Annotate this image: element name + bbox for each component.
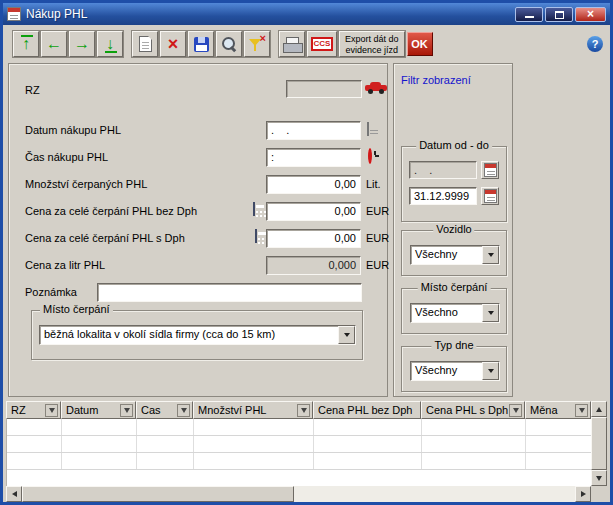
- refuel-place-dropdown-button[interactable]: [338, 326, 355, 344]
- save-icon: [194, 37, 209, 52]
- first-record-button[interactable]: ↑: [13, 31, 39, 57]
- price-excl-vat-label: Cena za celé čerpání PHL bez Dph: [25, 205, 197, 217]
- clock-icon[interactable]: [368, 148, 372, 164]
- calculator-icon[interactable]: [255, 229, 257, 243]
- purchase-time-label: Čas nákupu PHL: [25, 151, 108, 163]
- new-document-icon: [139, 36, 152, 52]
- delete-record-button[interactable]: ×: [160, 31, 186, 57]
- column-header-cena-bez-dph[interactable]: Cena PHL bez Dph: [313, 401, 421, 419]
- export-button[interactable]: Export dát do evidence jízd: [339, 31, 405, 57]
- chevron-down-icon: [488, 311, 494, 315]
- date-from-field: . .: [409, 161, 477, 179]
- sort-button[interactable]: [575, 404, 588, 417]
- vertical-scrollbar[interactable]: [591, 401, 607, 486]
- ok-button[interactable]: OK: [407, 32, 433, 56]
- printer-icon: [283, 37, 301, 52]
- filter-icon: ×: [248, 36, 266, 53]
- sort-down-icon: [301, 408, 307, 413]
- price-excl-vat-currency: EUR: [366, 205, 389, 217]
- next-record-button[interactable]: →: [69, 31, 95, 57]
- minimize-button[interactable]: [515, 7, 543, 22]
- date-to-calendar-button[interactable]: [481, 187, 499, 205]
- column-header-cas[interactable]: Cas: [136, 401, 193, 419]
- help-icon[interactable]: ?: [587, 36, 603, 52]
- price-incl-vat-field[interactable]: 0,00: [266, 229, 361, 248]
- column-header-cena-s-dph[interactable]: Cena PHL s Dph: [421, 401, 525, 419]
- chevron-down-icon: [344, 333, 350, 337]
- titlebar[interactable]: Nákup PHL ×: [3, 3, 610, 25]
- caption-buttons: ×: [515, 7, 606, 22]
- rz-label: RZ: [25, 84, 40, 96]
- first-record-icon: ↑: [22, 36, 30, 52]
- ccs-button[interactable]: CCS: [307, 31, 337, 57]
- vertical-scrollbar-thumb[interactable]: [591, 417, 607, 470]
- vehicle-group: Vozidlo Všechny: [401, 230, 507, 276]
- maximize-button[interactable]: [545, 7, 573, 22]
- app-icon: [7, 7, 21, 21]
- arrow-up-icon: [596, 407, 602, 412]
- place-filter-group-label: Místo čerpání: [418, 281, 491, 293]
- form-panel: RZ Datum nákupu PHL . . Čas nákupu PHL :…: [8, 63, 388, 397]
- vehicle-value: Všechny: [411, 246, 482, 264]
- date-to-field[interactable]: 31.12.9999: [409, 187, 477, 205]
- scroll-left-button[interactable]: [6, 486, 22, 502]
- vehicle-dropdown-button[interactable]: [482, 246, 499, 264]
- search-button[interactable]: [216, 31, 242, 57]
- scrollbar-corner: [591, 486, 607, 502]
- filter-title: Filtr zobrazení: [401, 74, 471, 86]
- column-header-rz[interactable]: RZ: [6, 401, 61, 419]
- sort-button[interactable]: [297, 404, 310, 417]
- place-filter-select[interactable]: Všechno: [410, 303, 500, 323]
- scroll-down-button[interactable]: [591, 470, 607, 486]
- date-from-calendar-button[interactable]: [481, 161, 499, 179]
- delete-icon: ×: [168, 35, 179, 53]
- table-row[interactable]: [7, 419, 591, 436]
- sort-button[interactable]: [120, 404, 133, 417]
- day-type-value: Všechny: [411, 362, 482, 380]
- horizontal-scrollbar-thumb[interactable]: [22, 486, 294, 502]
- close-button[interactable]: ×: [575, 7, 606, 22]
- day-type-dropdown-button[interactable]: [482, 362, 499, 380]
- save-button[interactable]: [188, 31, 214, 57]
- day-type-group-label: Typ dne: [431, 339, 476, 351]
- last-record-button[interactable]: ↓: [97, 31, 123, 57]
- export-button-label-line1: Export dát do: [345, 34, 399, 45]
- horizontal-scrollbar-track[interactable]: [294, 486, 575, 502]
- place-filter-value: Všechno: [411, 304, 482, 322]
- quantity-field[interactable]: 0,00: [266, 175, 361, 194]
- price-per-litre-field: 0,000: [266, 256, 361, 275]
- column-header-mnozstvi[interactable]: Množství PHL: [193, 401, 313, 419]
- calendar-icon[interactable]: [367, 122, 369, 136]
- note-field[interactable]: [97, 283, 362, 302]
- sort-down-icon: [513, 408, 519, 413]
- table-row[interactable]: [7, 453, 591, 470]
- filter-panel: Filtr zobrazení Datum od - do . . 31.12.…: [393, 63, 513, 397]
- sort-button[interactable]: [45, 404, 58, 417]
- new-record-button[interactable]: [132, 31, 158, 57]
- column-header-mena[interactable]: Měna: [525, 401, 591, 419]
- place-filter-group: Místo čerpání Všechno: [401, 288, 507, 334]
- clear-filter-button[interactable]: ×: [244, 31, 270, 57]
- refuel-place-select[interactable]: běžná lokalita v okolí sídla firmy (cca …: [39, 325, 356, 345]
- column-header-datum[interactable]: Datum: [61, 401, 136, 419]
- price-excl-vat-field[interactable]: 0,00: [266, 202, 361, 221]
- print-button[interactable]: [279, 31, 305, 57]
- sort-button[interactable]: [509, 404, 522, 417]
- calculator-icon[interactable]: [253, 202, 255, 216]
- table-row[interactable]: [7, 436, 591, 453]
- purchase-date-field[interactable]: . .: [266, 121, 361, 140]
- sort-button[interactable]: [177, 404, 190, 417]
- scroll-up-button[interactable]: [591, 401, 607, 417]
- chevron-down-icon: [488, 253, 494, 257]
- refuel-place-group-label: Místo čerpání: [40, 303, 113, 315]
- day-type-select[interactable]: Všechny: [410, 361, 500, 381]
- place-filter-dropdown-button[interactable]: [482, 304, 499, 322]
- previous-record-button[interactable]: ←: [41, 31, 67, 57]
- date-range-group: Datum od - do . . 31.12.9999: [401, 146, 507, 222]
- refuel-place-group: Místo čerpání běžná lokalita v okolí síd…: [31, 310, 363, 360]
- vehicle-select[interactable]: Všechny: [410, 245, 500, 265]
- filter-x-icon: ×: [260, 33, 266, 44]
- horizontal-scrollbar[interactable]: [6, 486, 591, 502]
- scroll-right-button[interactable]: [575, 486, 591, 502]
- purchase-time-field[interactable]: :: [266, 148, 361, 167]
